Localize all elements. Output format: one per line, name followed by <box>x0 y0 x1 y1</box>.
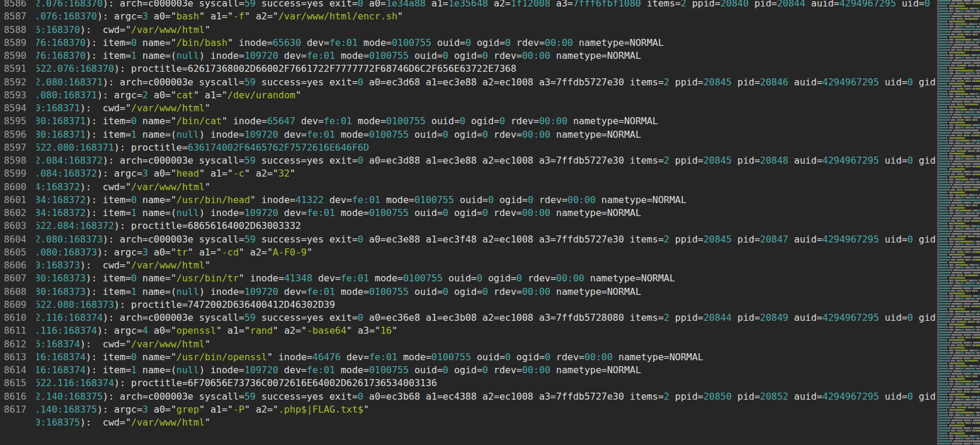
line-number[interactable]: 8617 <box>0 403 34 416</box>
code-line[interactable]: 6:168374): cwd="/var/www/html" <box>36 338 937 351</box>
line-number[interactable]: 8601 <box>0 194 34 207</box>
code-line[interactable]: 0:168373): cwd="/var/www/html" <box>36 259 937 272</box>
code-line[interactable]: 84:168372): item=1 name=(null) inode=109… <box>36 207 937 220</box>
code-line[interactable]: 76:168370): item=1 name=(null) inode=109… <box>36 49 937 62</box>
code-line[interactable]: .140:168375): argc=3 a0="grep" a1="-P" a… <box>36 403 937 416</box>
line-number[interactable]: 8594 <box>0 102 34 115</box>
line-number[interactable]: 8605 <box>0 246 34 259</box>
line-number[interactable]: 8588 <box>0 24 34 36</box>
line-number[interactable]: 8597 <box>0 141 34 154</box>
line-number[interactable] <box>0 416 34 429</box>
line-number[interactable]: 8602 <box>0 207 34 220</box>
minimap-divider <box>937 0 980 445</box>
line-number[interactable]: 8598 <box>0 154 34 167</box>
code-line[interactable]: 80:168373): item=0 name="/usr/bin/tr" in… <box>36 272 937 285</box>
code-line[interactable]: 16:168374): item=0 name="/usr/bin/openss… <box>36 351 937 364</box>
editor-viewport: 8586858785888589859085918592859385948595… <box>0 0 980 445</box>
code-line[interactable]: 522.076:168370): proctitle=62617368002D6… <box>36 62 937 75</box>
code-line[interactable]: 4:168372): cwd="/var/www/html" <box>36 181 937 194</box>
code-line[interactable]: 2.116:168374): arch=c000003e syscall=59 … <box>36 311 937 324</box>
line-number[interactable]: 8607 <box>0 272 34 285</box>
code-line[interactable]: 2.084:168372): arch=c000003e syscall=59 … <box>36 154 937 167</box>
line-number[interactable]: 8609 <box>0 298 34 311</box>
line-number[interactable]: 8596 <box>0 128 34 141</box>
code-line[interactable]: 84:168372): item=0 name="/usr/bin/head" … <box>36 194 937 207</box>
code-line[interactable]: .116:168374): argc=4 a0="openssl" a1="ra… <box>36 324 937 337</box>
code-line[interactable]: 2.076:168370): arch=c000003e syscall=59 … <box>36 0 937 10</box>
code-line[interactable]: 522.080:168373): proctitle=7472002D63640… <box>36 298 937 311</box>
line-number[interactable]: 8593 <box>0 89 34 102</box>
minimap[interactable] <box>939 0 980 445</box>
line-number[interactable]: 8595 <box>0 115 34 128</box>
line-number-gutter: 8586858785888589859085918592859385948595… <box>0 0 34 429</box>
code-line[interactable]: 2.080:168373): arch=c000003e syscall=59 … <box>36 233 937 246</box>
code-line[interactable]: 6:168370): cwd="/var/www/html" <box>36 24 937 36</box>
code-line[interactable]: 2.080:168371): arch=c000003e syscall=59 … <box>36 76 937 89</box>
line-number[interactable]: 8587 <box>0 10 34 23</box>
line-number[interactable]: 8615 <box>0 377 34 390</box>
line-number[interactable]: 8612 <box>0 338 34 351</box>
code-line[interactable]: 0:168375): cwd="/var/www/html" <box>36 416 937 429</box>
line-number[interactable]: 8613 <box>0 351 34 364</box>
line-number[interactable]: 8614 <box>0 364 34 377</box>
code-line[interactable]: 522.080:168371): proctitle=636174002F646… <box>36 141 937 154</box>
line-number[interactable]: 8608 <box>0 285 34 298</box>
code-line[interactable]: 16:168374): item=1 name=(null) inode=109… <box>36 364 937 377</box>
line-number[interactable]: 8590 <box>0 49 34 62</box>
line-number[interactable]: 8592 <box>0 76 34 89</box>
code-line[interactable]: .080:168371): argc=2 a0="cat" a1="/dev/u… <box>36 89 937 102</box>
code-line[interactable]: 80:168373): item=1 name=(null) inode=109… <box>36 285 937 298</box>
line-number[interactable]: 8603 <box>0 220 34 233</box>
code-line[interactable]: 522.084:168372): proctitle=68656164002D6… <box>36 220 937 233</box>
line-number[interactable]: 8616 <box>0 390 34 403</box>
code-line[interactable]: .084:168372): argc=3 a0="head" a1="-c" a… <box>36 167 937 180</box>
code-line[interactable]: 0:168371): cwd="/var/www/html" <box>36 102 937 115</box>
code-line[interactable]: .080:168373): argc=3 a0="tr" a1="-cd" a2… <box>36 246 937 259</box>
line-number[interactable]: 8610 <box>0 311 34 324</box>
code-line[interactable]: 76:168370): item=0 name="/bin/bash" inod… <box>36 36 937 49</box>
line-number[interactable]: 8604 <box>0 233 34 246</box>
code-line[interactable]: 80:168371): item=0 name="/bin/cat" inode… <box>36 115 937 128</box>
line-number[interactable]: 8611 <box>0 324 34 337</box>
code-line[interactable]: 2.140:168375): arch=c000003e syscall=59 … <box>36 390 937 403</box>
line-number[interactable]: 8599 <box>0 167 34 180</box>
code-area[interactable]: 2.076:168370): arch=c000003e syscall=59 … <box>36 0 937 445</box>
line-number[interactable]: 8586 <box>0 0 34 10</box>
line-number[interactable]: 8591 <box>0 62 34 75</box>
code-line[interactable]: 80:168371): item=1 name=(null) inode=109… <box>36 128 937 141</box>
code-line[interactable]: 522.116:168374): proctitle=6F70656E73736… <box>36 377 937 390</box>
line-number[interactable]: 8589 <box>0 36 34 49</box>
line-number[interactable]: 8606 <box>0 259 34 272</box>
code-line[interactable]: .076:168370): argc=3 a0="bash" a1="-f" a… <box>36 10 937 23</box>
line-number[interactable]: 8600 <box>0 181 34 194</box>
